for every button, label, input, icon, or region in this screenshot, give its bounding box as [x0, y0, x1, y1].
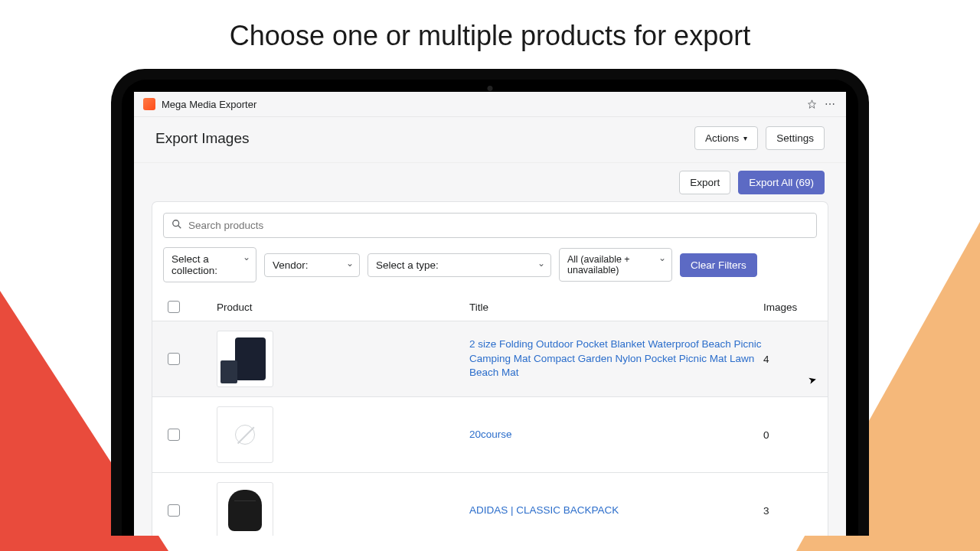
- table-row[interactable]: 2 size Folding Outdoor Pocket Blanket Wa…: [152, 321, 828, 397]
- search-input[interactable]: [188, 220, 808, 231]
- header-title: Title: [469, 302, 763, 313]
- header-product: Product: [217, 302, 469, 313]
- collection-select[interactable]: Select a collection:: [163, 247, 256, 282]
- image-count: 0: [763, 429, 769, 441]
- page-header: Export Images Actions▾ Settings: [134, 117, 846, 163]
- search-input-wrap[interactable]: [163, 213, 817, 238]
- app-name: Mega Media Exporter: [162, 99, 256, 110]
- chevron-down-icon: ▾: [743, 134, 747, 142]
- image-count: 3: [763, 505, 769, 517]
- row-checkbox[interactable]: [168, 353, 180, 365]
- page-title: Export Images: [155, 130, 250, 147]
- search-icon: [172, 219, 182, 232]
- filters-row: Select a collection: Vendor: Select a ty…: [152, 247, 828, 293]
- product-title-link[interactable]: ADIDAS | CLASSIC BACKPACK: [469, 504, 619, 516]
- row-checkbox[interactable]: [168, 429, 180, 441]
- products-card: Select a collection: Vendor: Select a ty…: [152, 202, 828, 536]
- table-row[interactable]: ADIDAS | CLASSIC BACKPACK 3: [152, 473, 828, 536]
- svg-point-0: [173, 220, 179, 227]
- export-bar: Export Export All (69): [134, 163, 846, 194]
- row-checkbox[interactable]: [168, 504, 180, 517]
- headline: Choose one or multiple products for expo…: [0, 0, 980, 60]
- pin-icon[interactable]: [805, 97, 818, 111]
- product-title-link[interactable]: 20course: [469, 429, 512, 440]
- product-thumbnail: [217, 482, 273, 536]
- more-icon[interactable]: ⋯: [823, 97, 837, 111]
- product-thumbnail: [217, 406, 273, 463]
- header-images: Images: [763, 302, 817, 313]
- table-row[interactable]: 20course 0: [152, 397, 828, 473]
- clear-filters-button[interactable]: Clear Filters: [680, 253, 757, 277]
- select-all-checkbox[interactable]: [168, 301, 180, 313]
- export-button[interactable]: Export: [679, 171, 730, 194]
- export-all-button[interactable]: Export All (69): [738, 171, 825, 194]
- camera-dot: [488, 86, 493, 91]
- actions-button[interactable]: Actions▾: [694, 126, 758, 150]
- table-header: Product Title Images: [152, 293, 828, 321]
- laptop-frame: Mega Media Exporter ⋯ Export Images Acti…: [111, 69, 869, 536]
- product-title-link[interactable]: 2 size Folding Outdoor Pocket Blanket Wa…: [469, 338, 761, 379]
- type-select[interactable]: Select a type:: [368, 253, 551, 277]
- settings-button[interactable]: Settings: [766, 126, 825, 150]
- svg-line-1: [178, 226, 181, 229]
- cursor-icon: ➤: [807, 373, 818, 386]
- image-count: 4: [763, 354, 769, 365]
- product-thumbnail: [217, 331, 273, 387]
- app-screen: Mega Media Exporter ⋯ Export Images Acti…: [134, 92, 846, 536]
- app-icon: [143, 98, 155, 110]
- vendor-select[interactable]: Vendor:: [264, 253, 360, 277]
- topbar: Mega Media Exporter ⋯: [134, 92, 846, 117]
- availability-select[interactable]: All (available + unavailable): [559, 248, 672, 282]
- no-image-icon: [235, 425, 255, 445]
